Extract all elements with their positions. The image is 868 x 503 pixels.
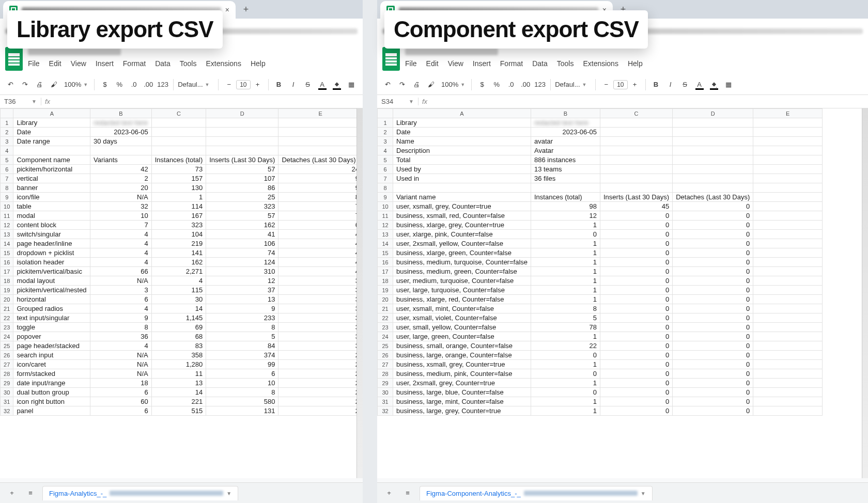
row-20[interactable]: 20horizontal630133 bbox=[1, 295, 363, 304]
cell[interactable]: search input bbox=[13, 351, 90, 360]
cell[interactable]: isolation header bbox=[13, 258, 90, 267]
cell[interactable] bbox=[753, 248, 823, 258]
cell[interactable]: 580 bbox=[206, 397, 278, 406]
row-25[interactable]: 25business, small, orange, Counter=false… bbox=[378, 341, 823, 351]
cell[interactable]: 1,145 bbox=[151, 313, 206, 323]
menu-file[interactable]: File bbox=[28, 59, 40, 68]
number-format-icon[interactable]: 123 bbox=[157, 78, 169, 91]
all-sheets-button[interactable]: ≡ bbox=[401, 486, 414, 500]
cell[interactable] bbox=[753, 351, 823, 360]
cell[interactable]: 2 bbox=[278, 379, 363, 388]
cell[interactable]: 1,280 bbox=[151, 360, 206, 369]
row-header-18[interactable]: 18 bbox=[378, 276, 393, 286]
cell[interactable]: 10 bbox=[206, 379, 278, 388]
cell[interactable]: Date range bbox=[13, 137, 90, 146]
cell[interactable]: 30 days bbox=[90, 137, 152, 146]
row-7[interactable]: 7vertical21571079 bbox=[1, 174, 363, 183]
cell[interactable]: 115 bbox=[151, 286, 206, 295]
cell[interactable] bbox=[753, 332, 823, 341]
cell[interactable]: business, medium, green, Counter=false bbox=[393, 267, 531, 276]
row-header-9[interactable]: 9 bbox=[1, 193, 13, 202]
cell[interactable] bbox=[753, 128, 823, 137]
row-31[interactable]: 31business, large, mint, Counter=false10… bbox=[378, 397, 823, 406]
cell[interactable] bbox=[531, 183, 600, 193]
cell[interactable]: business, small, orange, Counter=false bbox=[393, 341, 531, 351]
row-15[interactable]: 15dropdown + picklist4141744 bbox=[1, 248, 363, 258]
row-header-7[interactable]: 7 bbox=[378, 174, 393, 183]
cell[interactable]: business, xlarge, grey, Counter=true bbox=[393, 221, 531, 230]
cell[interactable]: N/A bbox=[90, 369, 152, 379]
cell[interactable]: 25 bbox=[206, 193, 278, 202]
paint-format-icon[interactable]: 🖌 bbox=[48, 78, 60, 91]
cell[interactable]: 0 bbox=[673, 221, 753, 230]
row-header-20[interactable]: 20 bbox=[1, 295, 13, 304]
row-header-18[interactable]: 18 bbox=[1, 276, 13, 286]
cell[interactable]: pickitem/horizontal bbox=[13, 165, 90, 174]
cell[interactable]: 0 bbox=[600, 406, 673, 416]
cell[interactable] bbox=[753, 286, 823, 295]
sheets-logo-icon[interactable] bbox=[382, 47, 400, 71]
cell[interactable]: 73 bbox=[151, 165, 206, 174]
row-2[interactable]: 2Date2023-06-05 bbox=[1, 128, 363, 137]
row-header-17[interactable]: 17 bbox=[1, 267, 13, 276]
row-header-13[interactable]: 13 bbox=[378, 230, 393, 239]
dec-increase-icon[interactable]: .00 bbox=[142, 78, 154, 91]
cell[interactable]: 0 bbox=[600, 388, 673, 397]
menu-edit[interactable]: Edit bbox=[49, 59, 61, 68]
row-14[interactable]: 14page header/inline42191064 bbox=[1, 239, 363, 248]
row-13[interactable]: 13user, xlarge, pink, Counter=false000 bbox=[378, 230, 823, 239]
cell[interactable]: 3 bbox=[278, 323, 363, 332]
cell[interactable]: Date bbox=[393, 128, 531, 137]
row-header-21[interactable]: 21 bbox=[1, 304, 13, 313]
cell[interactable] bbox=[753, 276, 823, 286]
row-24[interactable]: 24user, large, green, Counter=false100 bbox=[378, 332, 823, 341]
cell[interactable]: 2 bbox=[90, 174, 152, 183]
row-header-4[interactable]: 4 bbox=[1, 146, 13, 155]
cell[interactable] bbox=[600, 155, 673, 165]
cell[interactable]: 4 bbox=[278, 230, 363, 239]
cell[interactable]: 0 bbox=[600, 341, 673, 351]
font-size-minus[interactable]: − bbox=[600, 78, 612, 91]
add-sheet-button[interactable]: + bbox=[5, 486, 19, 500]
cell[interactable]: 0 bbox=[673, 239, 753, 248]
cell[interactable] bbox=[753, 202, 823, 211]
cell[interactable]: 0 bbox=[600, 286, 673, 295]
font-size-control[interactable]: −10+ bbox=[223, 78, 264, 91]
cell[interactable] bbox=[753, 211, 823, 221]
cell[interactable]: 3 bbox=[90, 286, 152, 295]
cell[interactable] bbox=[278, 137, 363, 146]
dec-decrease-icon[interactable]: .0 bbox=[505, 78, 517, 91]
cell[interactable]: 8 bbox=[531, 304, 600, 313]
row-header-8[interactable]: 8 bbox=[1, 183, 13, 193]
row-3[interactable]: 3Date range30 days bbox=[1, 137, 363, 146]
row-header-14[interactable]: 14 bbox=[1, 239, 13, 248]
cell[interactable]: 0 bbox=[673, 379, 753, 388]
cell[interactable]: 1 bbox=[531, 360, 600, 369]
cell[interactable]: 20 bbox=[90, 183, 152, 193]
cell[interactable]: Instances (total) bbox=[151, 155, 206, 165]
row-header-28[interactable]: 28 bbox=[1, 369, 13, 379]
cell[interactable]: Total bbox=[393, 155, 531, 165]
fill-color-icon[interactable] bbox=[708, 78, 720, 91]
menu-format[interactable]: Format bbox=[123, 59, 146, 68]
menu-help[interactable]: Help bbox=[628, 59, 643, 68]
cell[interactable] bbox=[753, 239, 823, 248]
font-size-value[interactable]: 10 bbox=[613, 80, 627, 89]
cell[interactable]: 515 bbox=[151, 406, 206, 416]
cell[interactable]: 0 bbox=[673, 248, 753, 258]
formula-input[interactable] bbox=[54, 95, 363, 108]
row-1[interactable]: 1Libraryredacted text here bbox=[378, 118, 823, 128]
cell[interactable] bbox=[278, 146, 363, 155]
cell[interactable]: 6 bbox=[206, 369, 278, 379]
menu-edit[interactable]: Edit bbox=[426, 59, 439, 68]
row-20[interactable]: 20business, xlarge, red, Counter=false10… bbox=[378, 295, 823, 304]
cell[interactable]: business, xsmall, grey, Counter=true bbox=[393, 360, 531, 369]
cell[interactable]: 0 bbox=[600, 267, 673, 276]
scrollbar[interactable] bbox=[862, 108, 868, 478]
cell[interactable]: 162 bbox=[151, 258, 206, 267]
cell[interactable]: 2 bbox=[278, 369, 363, 379]
cell[interactable]: 4 bbox=[278, 267, 363, 276]
cell[interactable]: business, xlarge, green, Counter=false bbox=[393, 248, 531, 258]
row-header-10[interactable]: 10 bbox=[378, 202, 393, 211]
cell[interactable]: 0 bbox=[600, 323, 673, 332]
